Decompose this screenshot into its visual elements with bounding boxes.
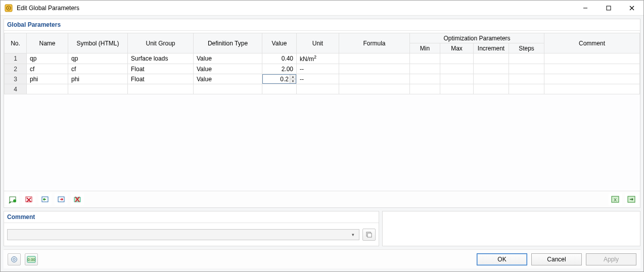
window-minimize-button[interactable] [574,1,597,16]
col-increment[interactable]: Increment [474,43,509,53]
col-unit[interactable]: Unit [297,33,339,53]
ok-button[interactable]: OK [477,253,527,265]
svg-rect-21 [367,233,372,237]
table-row[interactable]: 3phiphiFloatValue▲▼-- [5,74,640,84]
excel-import-button[interactable] [625,193,638,205]
preview-panel [382,211,640,246]
excel-export-button[interactable]: X [609,193,622,205]
cell-steps[interactable] [509,84,544,94]
dialog-buttonbar: 0.00 OK Cancel Apply [4,249,640,268]
cell-unit-group[interactable] [128,84,194,94]
table-row[interactable]: 4 [5,84,640,94]
col-definition-type[interactable]: Definition Type [194,33,262,53]
cell-increment[interactable] [474,84,509,94]
cell-min[interactable] [410,64,440,74]
export-button[interactable] [55,193,68,205]
cell-no[interactable]: 4 [5,84,27,94]
import-button[interactable] [38,193,52,205]
col-min[interactable]: Min [410,43,440,53]
comment-combobox[interactable]: ▾ [7,229,359,240]
col-value[interactable]: Value [262,33,297,53]
cell-increment[interactable] [474,74,509,84]
delete-row-button[interactable] [22,193,35,205]
cell-unit[interactable]: kN/m2 [297,53,339,64]
cell-min[interactable] [410,84,440,94]
units-button[interactable]: 0.00 [25,253,38,265]
cell-formula[interactable] [339,74,410,84]
cell-unit-group[interactable]: Float [128,64,194,74]
cell-no[interactable]: 3 [5,74,27,84]
cell-no[interactable]: 2 [5,64,27,74]
cell-steps[interactable] [509,53,544,64]
col-no[interactable]: No. [5,33,27,53]
cell-increment[interactable] [474,64,509,74]
spinner-down-icon[interactable]: ▼ [290,79,296,83]
cell-unit-group[interactable]: Surface loads [128,53,194,64]
cell-comment[interactable] [544,53,640,64]
cell-definition-type[interactable]: Value [194,74,262,84]
comment-label: Comment [4,211,379,223]
cell-value[interactable]: ▲▼ [262,74,297,84]
cell-definition-type[interactable] [194,84,262,94]
parameters-table[interactable]: No. Name Symbol (HTML) Unit Group Defini… [4,33,640,94]
cell-name[interactable]: phi [27,74,68,84]
cell-increment[interactable] [474,53,509,64]
svg-rect-4 [607,6,611,10]
cell-name[interactable]: qp [27,53,68,64]
cell-formula[interactable] [339,64,410,74]
cell-definition-type[interactable]: Value [194,64,262,74]
cell-formula[interactable] [339,53,410,64]
cell-comment[interactable] [544,64,640,74]
cell-value[interactable]: 2.00 [262,64,297,74]
spinner-up-icon[interactable]: ▲ [290,75,296,79]
apply-button[interactable]: Apply [586,253,636,265]
cell-max[interactable] [440,84,474,94]
cell-name[interactable]: cf [27,64,68,74]
cell-comment[interactable] [544,74,640,84]
cell-no[interactable]: 1 [5,53,27,64]
comment-panel: Comment ▾ [4,211,379,246]
cell-comment[interactable] [544,84,640,94]
table-row[interactable]: 2cfcfFloatValue2.00-- [5,64,640,74]
window-maximize-button[interactable] [597,1,620,16]
cell-symbol[interactable]: phi [68,74,128,84]
cancel-button[interactable]: Cancel [531,253,582,265]
cell-unit[interactable]: -- [297,74,339,84]
cell-max[interactable] [440,74,474,84]
global-parameters-header: Global Parameters [4,19,640,31]
col-symbol[interactable]: Symbol (HTML) [68,33,128,53]
comment-pick-button[interactable] [362,229,376,241]
col-max[interactable]: Max [440,43,474,53]
cell-max[interactable] [440,64,474,74]
cell-unit[interactable] [297,84,339,94]
cell-min[interactable] [410,74,440,84]
col-name[interactable]: Name [27,33,68,53]
cell-steps[interactable] [509,74,544,84]
svg-point-23 [13,258,15,260]
cell-symbol[interactable]: qp [68,53,128,64]
delete-all-button[interactable] [71,193,84,205]
cell-formula[interactable] [339,84,410,94]
cell-max[interactable] [440,53,474,64]
cell-definition-type[interactable]: Value [194,53,262,64]
col-steps[interactable]: Steps [509,43,544,53]
cell-min[interactable] [410,53,440,64]
col-comment[interactable]: Comment [544,33,640,53]
window-close-button[interactable] [620,1,643,16]
chevron-down-icon[interactable]: ▾ [349,232,357,237]
comment-input[interactable] [10,231,349,239]
cell-steps[interactable] [509,64,544,74]
cell-symbol[interactable] [68,84,128,94]
col-unit-group[interactable]: Unit Group [128,33,194,53]
cell-value[interactable]: 0.40 [262,53,297,64]
svg-text:0.00: 0.00 [27,257,35,262]
cell-unit[interactable]: -- [297,64,339,74]
cell-unit-group[interactable]: Float [128,74,194,84]
cell-value[interactable] [262,84,297,94]
cell-symbol[interactable]: cf [68,64,128,74]
help-button[interactable] [8,253,21,265]
cell-name[interactable] [27,84,68,94]
new-row-button[interactable] [6,193,19,205]
table-row[interactable]: 1qpqpSurface loadsValue0.40kN/m2 [5,53,640,64]
col-formula[interactable]: Formula [339,33,410,53]
